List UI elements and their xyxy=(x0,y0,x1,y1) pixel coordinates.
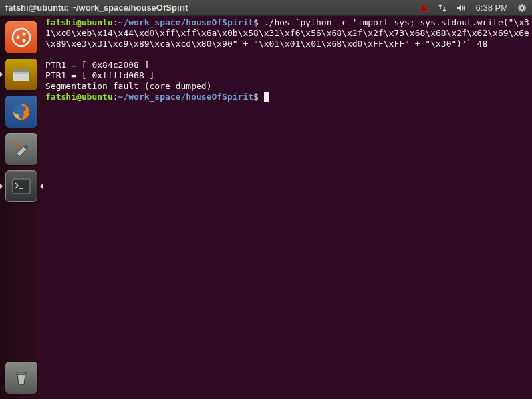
svg-point-4 xyxy=(23,39,26,43)
sound-icon[interactable] xyxy=(456,3,467,13)
gear-icon[interactable] xyxy=(517,3,527,13)
prompt-path: ~/work_space/houseOfSpirit xyxy=(118,92,254,102)
unity-launcher xyxy=(0,16,43,399)
prompt-user: fatshi@ubuntu xyxy=(45,17,113,27)
launcher-settings[interactable] xyxy=(4,132,39,166)
svg-rect-10 xyxy=(13,179,30,194)
svg-point-1 xyxy=(13,29,30,46)
launcher-firefox[interactable] xyxy=(4,94,39,129)
menubar-indicators: 6:38 PM xyxy=(419,3,527,13)
launcher-dash[interactable] xyxy=(4,20,39,55)
window-title: fatshi@ubuntu: ~/work_space/houseOfSpiri… xyxy=(5,3,419,13)
prompt-sep: : xyxy=(113,92,118,102)
terminal-content[interactable]: fatshi@ubuntu:~/work_space/houseOfSpirit… xyxy=(43,16,532,399)
prompt-end: $ xyxy=(253,92,259,102)
top-menubar: fatshi@ubuntu: ~/work_space/houseOfSpiri… xyxy=(0,0,532,16)
prompt-sep: : xyxy=(113,17,118,27)
prompt-path: ~/work_space/houseOfSpirit xyxy=(118,17,254,27)
clock[interactable]: 6:38 PM xyxy=(476,3,508,13)
svg-point-0 xyxy=(520,6,524,10)
launcher-trash[interactable] xyxy=(4,360,39,395)
svg-rect-11 xyxy=(17,372,26,374)
cursor xyxy=(264,92,269,102)
output-line: PTR1 = [ 0xffffd068 ] xyxy=(45,70,154,80)
launcher-files[interactable] xyxy=(4,57,39,92)
svg-point-2 xyxy=(17,36,20,39)
prompt-user: fatshi@ubuntu xyxy=(45,92,113,102)
output-line: Segmentation fault (core dumped) xyxy=(45,81,211,91)
alert-icon[interactable] xyxy=(419,3,428,13)
launcher-terminal[interactable] xyxy=(4,169,39,203)
svg-rect-7 xyxy=(13,72,29,74)
prompt-end: $ xyxy=(253,17,259,27)
svg-point-9 xyxy=(24,145,28,149)
output-line: PTR1 = [ 0x84c2008 ] xyxy=(45,60,150,70)
svg-rect-12 xyxy=(19,371,23,372)
network-icon[interactable] xyxy=(438,3,447,13)
svg-rect-5 xyxy=(13,69,29,72)
svg-point-3 xyxy=(23,33,26,36)
